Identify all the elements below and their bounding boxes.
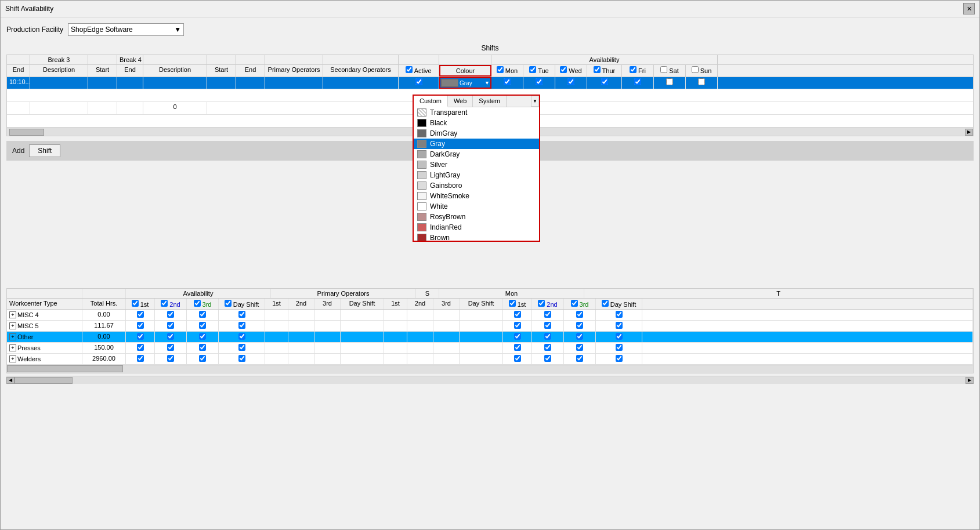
- facility-select[interactable]: ShopEdge Software ▼: [68, 23, 184, 36]
- close-button[interactable]: ✕: [963, 3, 975, 14]
- mon-header-checkbox[interactable]: [497, 66, 504, 73]
- dr1-sun-cb[interactable]: [698, 78, 705, 85]
- scrollbar-right-arrow2[interactable]: ▶: [965, 377, 974, 384]
- window-title: Shift Availability: [5, 5, 53, 13]
- dr1-mon-cb[interactable]: [504, 78, 511, 85]
- bgr-misc5-p3: [314, 321, 341, 331]
- bottom-scrollbar-thumb[interactable]: [7, 365, 123, 372]
- bottom-grid-wrapper: Availability Primary Operators S Mon T W…: [6, 288, 974, 373]
- bgh2-mon-3rd: 3rd: [564, 299, 596, 309]
- bgr-other-total: 0.00: [82, 332, 126, 342]
- misc5-expand[interactable]: +: [9, 322, 16, 329]
- colour-tab-custom[interactable]: Custom: [414, 96, 448, 107]
- dr1-active: [399, 77, 439, 89]
- fri-header-checkbox[interactable]: [630, 66, 637, 73]
- bgr-presses-sd: [460, 343, 503, 353]
- h2-start: Start: [88, 65, 117, 77]
- sat-header-checkbox[interactable]: [660, 66, 667, 73]
- bgr-presses-p2: [288, 343, 314, 353]
- colour-item-silver[interactable]: Silver: [414, 159, 539, 170]
- active-header-checkbox[interactable]: [406, 66, 413, 73]
- shifts-scrollbar-thumb[interactable]: [9, 129, 44, 136]
- tue-header-checkbox[interactable]: [529, 66, 536, 73]
- colour-dropdown-arrow[interactable]: ▼: [484, 80, 490, 86]
- bgh-availability: Availability: [126, 289, 271, 298]
- page-scrollbar-thumb[interactable]: [15, 377, 73, 384]
- colour-item-dimgray[interactable]: DimGray: [414, 128, 539, 139]
- h2-sat: Sat: [654, 65, 686, 77]
- sun-header-checkbox[interactable]: [692, 66, 699, 73]
- bgr-misc5-type: +MISC 5: [7, 321, 82, 331]
- bottom-grid-scrollbar[interactable]: [7, 365, 973, 373]
- page-bottom-scrollbar[interactable]: ◀ ▶: [6, 376, 974, 384]
- bgr-presses-p3: [314, 343, 341, 353]
- bgr-presses-m2: [532, 343, 564, 353]
- header-spacer3: [143, 55, 207, 64]
- colour-dropdown-close[interactable]: ▼: [531, 96, 539, 107]
- bgr-other-a1: [126, 332, 155, 342]
- thur-header-checkbox[interactable]: [594, 66, 601, 73]
- dr1-colour[interactable]: Gray ▼: [439, 77, 491, 89]
- bgr-misc5-m2: [532, 321, 564, 331]
- welders-expand[interactable]: +: [9, 355, 16, 362]
- bgr-other-ad: [219, 332, 265, 342]
- bgh2-prim-day: Day Shift: [341, 299, 384, 309]
- colour-item-gray[interactable]: Gray: [414, 139, 539, 149]
- presses-expand[interactable]: +: [9, 344, 16, 351]
- dr1-tue-cb[interactable]: [536, 78, 543, 85]
- mon-day-header-cb[interactable]: [602, 300, 609, 307]
- dr1-thur-cb[interactable]: [601, 78, 608, 85]
- misc4-expand[interactable]: +: [9, 311, 16, 318]
- h2-active: Active: [399, 65, 439, 77]
- colour-item-rosybrown[interactable]: RosyBrown: [414, 212, 539, 222]
- bgr-misc4-m3: [564, 310, 596, 320]
- colour-item-whitesmoke[interactable]: WhiteSmoke: [414, 191, 539, 201]
- bg-header-row2: Workcenter Type Total Hrs. 1st 2nd 3rd D…: [7, 299, 973, 310]
- mon-2nd-header-cb[interactable]: [538, 300, 545, 307]
- dr1-wed-cb[interactable]: [567, 78, 574, 85]
- wed-header-checkbox[interactable]: [560, 66, 567, 73]
- dr1-end: 10:10...: [7, 77, 30, 89]
- mon-1st-header-cb[interactable]: [509, 300, 516, 307]
- bgh2-sec-1st: 1st: [384, 299, 407, 309]
- avail-day-cb[interactable]: [225, 300, 232, 307]
- bgh2-mon-2nd: 2nd: [532, 299, 564, 309]
- colour-item-lightgray[interactable]: LightGray: [414, 170, 539, 180]
- colour-list[interactable]: TransparentBlackDimGrayGrayDarkGraySilve…: [414, 107, 539, 241]
- avail-3rd-cb[interactable]: [194, 300, 201, 307]
- colour-item-white[interactable]: White: [414, 201, 539, 212]
- colour-item-transparent[interactable]: Transparent: [414, 107, 539, 118]
- avail-1st-cb[interactable]: [132, 300, 139, 307]
- shift-data-row-1[interactable]: 10:10... Gray ▼: [7, 77, 973, 89]
- scrollbar-left-arrow[interactable]: ◀: [6, 377, 15, 384]
- bgr-other-type: +Other: [7, 332, 82, 342]
- bgr-welders-md: [596, 354, 642, 364]
- shifts-title: Shifts: [6, 44, 974, 52]
- mon-3rd-header-cb[interactable]: [571, 300, 578, 307]
- dr1-active-checkbox[interactable]: [415, 78, 422, 85]
- bgh2-prim-2nd: 2nd: [288, 299, 314, 309]
- colour-item-brown[interactable]: Brown: [414, 233, 539, 241]
- shift-button[interactable]: Shift: [29, 144, 60, 157]
- bgr-misc4-s1: [384, 310, 407, 320]
- shifts-header-row1: Break 3 Break 4 Availability: [7, 55, 973, 65]
- facility-label: Production Facility: [6, 26, 63, 34]
- dr1-fri-cb[interactable]: [634, 78, 641, 85]
- colour-item-indianred[interactable]: IndianRed: [414, 222, 539, 233]
- colour-item-black[interactable]: Black: [414, 118, 539, 128]
- colour-swatch-rosybrown: [417, 213, 426, 221]
- bgr-misc5-total: 111.67: [82, 321, 126, 331]
- dr1-sat: [654, 77, 686, 89]
- colour-label-brown: Brown: [430, 234, 450, 241]
- colour-item-darkgray[interactable]: DarkGray: [414, 149, 539, 159]
- colour-tab-web[interactable]: Web: [448, 96, 473, 107]
- avail-2nd-cb[interactable]: [161, 300, 168, 307]
- other-expand[interactable]: +: [9, 333, 16, 340]
- dr1-sat-cb[interactable]: [666, 78, 673, 85]
- colour-item-gainsboro[interactable]: Gainsboro: [414, 180, 539, 191]
- header-spacer6: [265, 55, 323, 64]
- dr1-sun: [686, 77, 718, 89]
- scrollbar-right-arrow[interactable]: ▶: [965, 129, 973, 136]
- colour-tab-system[interactable]: System: [473, 96, 507, 107]
- colour-label-rosybrown: RosyBrown: [430, 213, 465, 221]
